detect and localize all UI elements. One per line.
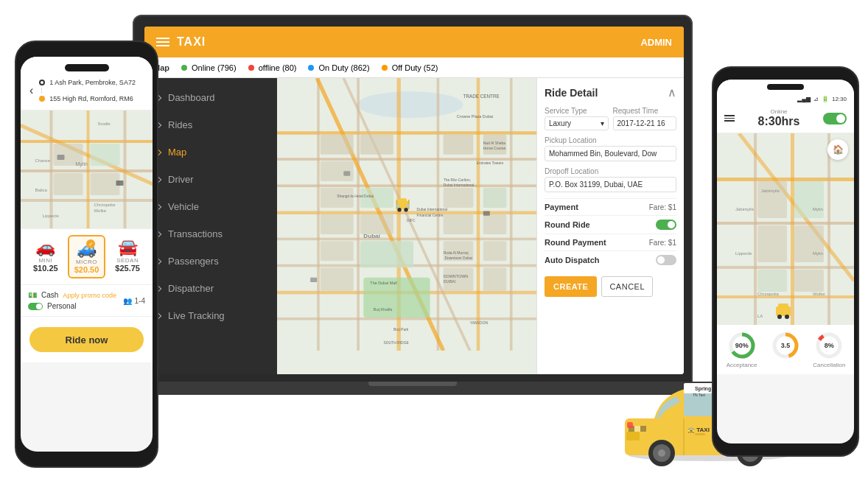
- svg-point-1: [357, 91, 463, 118]
- svg-text:Burj Khalifa: Burj Khalifa: [374, 308, 393, 312]
- svg-text:Chrzopoke: Chrzopoke: [94, 203, 116, 207]
- sidebar-item-passengers[interactable]: Passengers: [144, 248, 277, 275]
- svg-text:Chrzopoke: Chrzopoke: [757, 292, 780, 296]
- to-address: 155 High Rd, Romford, RM6: [49, 95, 133, 102]
- svg-rect-29: [444, 214, 474, 234]
- svg-rect-102: [794, 181, 824, 218]
- loc-divider: [41, 88, 42, 94]
- lp-options: 💵 Cash Apply promo code Personal 👥 1-4: [21, 284, 153, 316]
- phone-notch-right: [767, 84, 804, 90]
- round-ride-toggle[interactable]: [656, 220, 676, 230]
- rp-home-button[interactable]: 🏠: [827, 139, 848, 160]
- rp-online-toggle[interactable]: [823, 113, 847, 124]
- svg-text:Lippecle: Lippecle: [735, 251, 752, 256]
- rating-value: 3.5: [771, 331, 800, 360]
- svg-rect-15: [510, 78, 513, 351]
- svg-rect-14: [477, 78, 480, 351]
- main-area: Dashboard Rides Map Driver: [144, 78, 684, 374]
- vehicle-micro[interactable]: 🚙 ✓ MICRO $20.50: [68, 235, 106, 278]
- wifi-icon: ⊿: [813, 96, 819, 102]
- rp-app-header: Online 8:30hrs: [717, 105, 854, 133]
- personal-label: Personal: [47, 302, 76, 310]
- lp-location-box: 1 Ash Park, Pembroke, SA72 155 High Rd, …: [39, 77, 144, 104]
- svg-rect-105: [757, 270, 787, 292]
- vehicle-sedan[interactable]: 🚘 SEDAN $25.75: [110, 235, 145, 278]
- sidebar-item-map[interactable]: Map: [144, 138, 277, 166]
- svg-rect-27: [321, 214, 354, 234]
- map-svg: TRADE CENTRE Crowne Plaza Dubai Nad Al S…: [277, 78, 536, 351]
- svg-text:Jabintyile: Jabintyile: [761, 189, 780, 193]
- online-label: Online: [758, 108, 800, 115]
- sidebar-item-dispatcher[interactable]: Dispatcher: [144, 275, 277, 302]
- svg-rect-30: [483, 214, 507, 234]
- mini-car-icon: 🚗: [29, 238, 62, 257]
- sidebar-item-vehicle[interactable]: Vehicle: [144, 193, 277, 220]
- svg-rect-67: [407, 204, 410, 207]
- svg-text:TRADE CENTRE: TRADE CENTRE: [463, 94, 500, 99]
- svg-rect-116: [778, 304, 788, 308]
- phone-screen-left: ‹ 1 Ash Park, Pembroke, SA72 155 High Rd…: [21, 57, 153, 452]
- off-duty-dot: [382, 65, 388, 71]
- close-icon[interactable]: ∧: [668, 85, 676, 99]
- sidebar-item-driver[interactable]: Driver: [144, 166, 277, 193]
- service-type-select[interactable]: Laxury ▾: [545, 116, 609, 130]
- create-button[interactable]: CREATE: [545, 276, 597, 297]
- cancellation-label: Cancellation: [809, 362, 850, 368]
- rp-hamburger-icon[interactable]: [724, 115, 735, 122]
- pickup-value[interactable]: Mohammed Bin, Boulevard, Dow: [545, 146, 676, 161]
- round-payment-label: Round Payment: [545, 238, 606, 247]
- cancel-button[interactable]: CANCEL: [601, 276, 653, 297]
- svg-rect-81: [54, 173, 83, 195]
- ride-now-button[interactable]: Ride now: [29, 327, 144, 352]
- svg-text:Mylin: Mylin: [813, 251, 823, 256]
- svg-rect-101: [757, 181, 787, 218]
- auto-dispatch-toggle[interactable]: [656, 255, 676, 265]
- svg-rect-104: [794, 225, 824, 262]
- rating-stat: 3.5: [765, 331, 805, 368]
- svg-rect-69: [483, 211, 490, 216]
- request-time-value[interactable]: 2017-12-21 16: [613, 116, 677, 130]
- ride-detail-title: Ride Detail: [545, 87, 598, 99]
- svg-text:Horse Course: Horse Course: [483, 147, 506, 150]
- sidebar-item-transactions[interactable]: Transactions: [144, 220, 277, 248]
- svg-rect-36: [321, 267, 354, 291]
- passenger-info: 👥 1-4: [123, 291, 145, 310]
- svg-text:Wolke: Wolke: [94, 208, 107, 213]
- rp-time: 8:30hrs: [758, 115, 800, 128]
- battery-icon: 🔋: [822, 96, 829, 102]
- svg-text:Roda Al Murooj: Roda Al Murooj: [444, 251, 469, 255]
- svg-rect-96: [717, 295, 854, 298]
- payment-options: 💵 Cash Apply promo code Personal: [28, 291, 116, 310]
- toggle-icon[interactable]: [28, 303, 43, 310]
- ride-detail-header: Ride Detail ∧: [545, 85, 676, 99]
- back-icon[interactable]: ‹: [29, 84, 33, 97]
- cash-icon: 💵: [28, 291, 37, 299]
- svg-text:Chance: Chance: [35, 158, 51, 163]
- svg-rect-149: [695, 433, 705, 435]
- sidebar-item-dashboard[interactable]: Dashboard: [144, 84, 277, 111]
- svg-rect-131: [626, 432, 640, 441]
- svg-text:TN Taxi: TN Taxi: [693, 393, 705, 397]
- request-time-label: Request Time: [613, 107, 677, 115]
- signal-icon: ▂▄▆: [797, 96, 811, 102]
- phone-right: ▂▄▆ ⊿ 🔋 12:30 Online 8:30hrs: [712, 66, 859, 457]
- svg-text:Dubai: Dubai: [363, 233, 380, 239]
- svg-text:LA: LA: [757, 314, 763, 318]
- svg-rect-19: [360, 135, 393, 155]
- svg-text:Crowne Plaza Dubai: Crowne Plaza Dubai: [457, 114, 493, 119]
- svg-text:Dubai International: Dubai International: [417, 208, 448, 212]
- vehicle-mini[interactable]: 🚗 MINI $10.25: [28, 235, 63, 278]
- promo-label[interactable]: Apply promo code: [63, 292, 116, 299]
- sedan-car-icon: 🚘: [111, 238, 144, 257]
- svg-text:SOUTH RIDGE: SOUTH RIDGE: [383, 341, 409, 345]
- svg-text:The Dubai Mall: The Dubai Mall: [370, 281, 396, 285]
- dropoff-group: Dropoff Location P.O. Box 31199, Dubai, …: [545, 167, 676, 192]
- action-row: CREATE CANCEL: [545, 276, 676, 297]
- svg-text:🚖 TAXI: 🚖 TAXI: [687, 426, 710, 433]
- dropoff-value[interactable]: P.O. Box 31199, Dubai, UAE: [545, 177, 676, 192]
- phone-notch-left: [65, 64, 109, 71]
- round-ride-label: Round Ride: [545, 220, 590, 229]
- sidebar-item-live-tracking[interactable]: Live Tracking: [144, 302, 277, 329]
- sidebar-item-rides[interactable]: Rides: [144, 111, 277, 138]
- app-title: TAXI: [177, 35, 206, 49]
